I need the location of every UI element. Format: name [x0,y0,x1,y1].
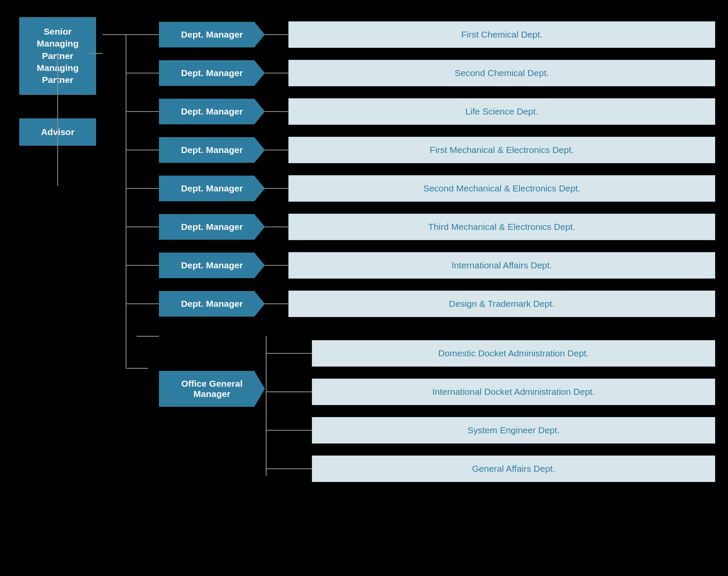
hline-8 [137,303,159,304]
arrow-box-2: Dept. Manager [159,60,265,86]
dept-box-6: Third Mechanical & Electronics Dept. [288,214,715,240]
dept-box-4: First Mechanical & Electronics Dept. [288,137,715,163]
arrow-box-7: Dept. Manager [159,253,265,278]
row-dept-manager-7: Dept. Manager International Affairs Dept… [103,248,715,283]
row-dept-manager-5: Dept. Manager Second Mechanical & Electr… [103,171,715,206]
row-dept-manager-1: Dept. Manager First Chemical Dept. [103,17,715,52]
left-connectors-svg [13,13,103,564]
ogm-dept-box-1: Domestic Docket Administration Dept. [312,340,715,367]
org-chart-page: Senior Managing Partner Managing Partner… [13,13,715,564]
arrow-box-3: Dept. Manager [159,99,265,124]
managing-partner-label: Managing Partner [37,63,79,85]
row-dept-manager-3: Dept. Manager Life Science Dept. [103,94,715,129]
hline-2 [137,73,159,73]
dept-box-5: Second Mechanical & Electronics Dept. [288,175,715,202]
hline-1 [137,34,159,35]
right-panel: Dept. Manager First Chemical Dept. Dept.… [103,13,715,564]
hline2-5 [265,188,288,189]
dept-box-7: International Affairs Dept. [288,252,715,279]
ogm-sub-row-2: International Docket Administration Dept… [288,374,715,409]
ogm-dept-box-3: System Engineer Dept. [312,417,715,444]
hline-7 [137,265,159,266]
dept-box-3: Life Science Dept. [288,98,715,125]
ogm-label: Office General Manager [164,379,260,399]
hline2-6 [265,226,288,227]
ogm-dept-box-2: International Docket Administration Dept… [312,379,715,405]
ogm-sub-row-3: System Engineer Dept. [288,413,715,448]
arrow-box-1: Dept. Manager [159,22,265,47]
arrow-box-5: Dept. Manager [159,176,265,201]
sub-hline-2 [288,391,312,392]
hline2-8 [265,303,288,304]
sub-hline-1 [288,353,312,354]
gap-row [103,325,715,332]
sub-hline-3 [288,430,312,431]
arrow-box-6: Dept. Manager [159,214,265,240]
hline2-1 [265,34,288,35]
ogm-sub-row-4: General Affairs Dept. [288,451,715,486]
arrow-box-8: Dept. Manager [159,291,265,317]
hline2-4 [265,150,288,150]
advisor-box: Advisor [19,118,96,146]
row-dept-manager-2: Dept. Manager Second Chemical Dept. [103,56,715,91]
hline-4 [137,150,159,150]
hline2-2 [265,73,288,73]
hline-3 [137,111,159,112]
arrow-box-4: Dept. Manager [159,137,265,163]
senior-managing-partner-label: Senior Managing Partner [37,26,79,61]
hline-6 [137,226,159,227]
hline2-7 [265,265,288,266]
row-dept-manager-4: Dept. Manager First Mechanical & Electro… [103,132,715,168]
dept-box-1: First Chemical Dept. [288,21,715,48]
ogm-sub-row-1: Domestic Docket Administration Dept. [288,336,715,371]
advisor-label: Advisor [41,127,74,137]
dept-box-8: Design & Trademark Dept. [288,291,715,317]
sub-hline-4 [288,468,312,469]
row-dept-manager-8: Dept. Manager Design & Trademark Dept. [103,286,715,321]
hline-ogm [137,336,159,337]
row-ogm: Office General Manager [103,336,715,486]
ogm-box: Office General Manager [159,371,265,407]
ogm-sub-rows: Domestic Docket Administration Dept. Int… [265,336,715,486]
left-panel: Senior Managing Partner Managing Partner… [13,13,103,564]
hline-5 [137,188,159,189]
hline2-3 [265,111,288,112]
senior-managing-partner-box: Senior Managing Partner Managing Partner [19,17,96,95]
ogm-dept-box-4: General Affairs Dept. [312,456,715,482]
dept-box-2: Second Chemical Dept. [288,60,715,86]
row-dept-manager-6: Dept. Manager Third Mechanical & Electro… [103,209,715,244]
